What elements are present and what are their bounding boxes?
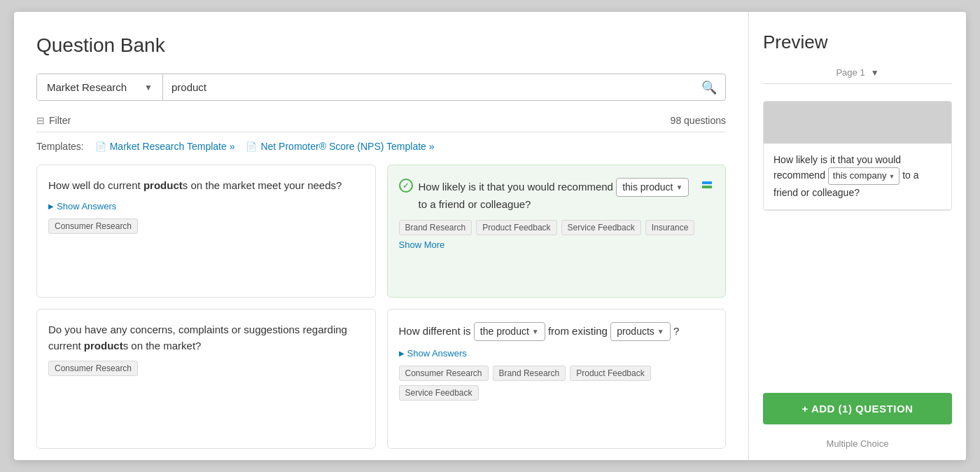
question-card-2: ✓ How likely is it that you would recomm… — [387, 165, 727, 298]
preview-company-dropdown[interactable]: this company ▼ — [828, 167, 900, 185]
this-product-dropdown[interactable]: this product ▼ — [616, 178, 689, 197]
bar-chart-icon[interactable] — [700, 178, 714, 192]
dropdown-chevron-icon: ▼ — [676, 182, 683, 193]
show-answers-label: Show Answers — [57, 201, 116, 211]
card-header-left: ✓ How likely is it that you would recomm… — [399, 178, 701, 213]
question-card-3: Do you have any concerns, complaints or … — [36, 309, 376, 449]
show-answers-4[interactable]: ▶ Show Answers — [399, 348, 715, 359]
question-text-3: Do you have any concerns, complaints or … — [48, 322, 364, 354]
preview-dropdown-value: this company — [833, 169, 887, 183]
check-circle: ✓ — [399, 179, 413, 193]
nps-template-link[interactable]: 📄 Net Promoter® Score (NPS) Template » — [246, 141, 434, 152]
right-panel: Preview Page 1 ▼ How likely is it that y… — [749, 12, 966, 460]
chevron-down-icon: ▼ — [144, 83, 153, 92]
preview-dropdown-chevron-icon: ▼ — [888, 172, 895, 181]
the-product-dropdown[interactable]: the product ▼ — [474, 322, 545, 341]
tag-consumer-research-4[interactable]: Consumer Research — [399, 366, 489, 381]
tags-row-4: Consumer Research Brand Research Product… — [399, 366, 715, 401]
tag-consumer-research-1[interactable]: Consumer Research — [48, 218, 138, 234]
category-label: Market Research — [47, 81, 127, 93]
category-dropdown[interactable]: Market Research ▼ — [37, 74, 163, 100]
preview-card: How likely is it that you would recommen… — [763, 101, 952, 211]
tag-product-feedback[interactable]: Product Feedback — [476, 220, 556, 235]
questions-grid: How well do current products on the mark… — [36, 165, 726, 449]
search-bar: Market Research ▼ 🔍 — [36, 74, 726, 101]
arrow-icon: ▶ — [48, 202, 54, 210]
preview-spacer — [763, 222, 952, 382]
filter-left: ⊟ Filter — [36, 115, 71, 126]
filter-icon: ⊟ — [36, 115, 45, 126]
filter-label[interactable]: Filter — [49, 115, 71, 126]
page-label: Page 1 — [836, 67, 864, 78]
search-icon: 🔍 — [701, 80, 717, 95]
doc-icon: 📄 — [95, 141, 106, 152]
preview-title: Preview — [763, 32, 952, 53]
question-card-1: How well do current products on the mark… — [36, 165, 376, 298]
questions-count: 98 questions — [671, 115, 726, 126]
dropdown-value: this product — [622, 180, 673, 195]
checkmark-icon: ✓ — [402, 181, 409, 190]
market-research-template-link[interactable]: 📄 Market Research Template » — [95, 141, 235, 152]
multiple-choice-label: Multiple Choice — [763, 438, 952, 449]
filter-bar: ⊟ Filter 98 questions — [36, 109, 726, 132]
card-header-2: ✓ How likely is it that you would recomm… — [399, 178, 715, 213]
search-input[interactable] — [172, 81, 701, 93]
tags-row-2: Brand Research Product Feedback Service … — [399, 220, 715, 250]
template-link-label: Market Research Template » — [110, 141, 235, 152]
page-selector: Page 1 ▼ — [763, 67, 952, 84]
products-value: products — [617, 324, 654, 339]
preview-question-area: How likely is it that you would recommen… — [764, 144, 951, 210]
doc-icon-2: 📄 — [246, 141, 257, 152]
the-product-value: the product — [480, 324, 529, 339]
tag-insurance[interactable]: Insurance — [645, 220, 695, 235]
question-text-2: How likely is it that you would recommen… — [419, 178, 701, 213]
arrow-icon-4: ▶ — [399, 349, 405, 357]
products-chevron-icon: ▼ — [657, 326, 664, 337]
products-dropdown[interactable]: products ▼ — [610, 322, 671, 341]
page-chevron-icon[interactable]: ▼ — [871, 68, 879, 78]
search-input-wrap: 🔍 — [163, 80, 725, 95]
tags-row-1: Consumer Research — [48, 218, 364, 234]
show-answers-label-4: Show Answers — [407, 348, 467, 359]
templates-row: Templates: 📄 Market Research Template » … — [36, 141, 726, 152]
left-panel: Question Bank Market Research ▼ 🔍 ⊟ Filt… — [14, 12, 749, 460]
question-text-4: How different is the product ▼ from exis… — [399, 322, 715, 341]
tag-consumer-research-3[interactable]: Consumer Research — [48, 361, 138, 376]
question-card-4: How different is the product ▼ from exis… — [387, 309, 727, 449]
show-answers-1[interactable]: ▶ Show Answers — [48, 201, 364, 211]
tag-service-feedback[interactable]: Service Feedback — [561, 220, 641, 235]
tag-product-feedback-4[interactable]: Product Feedback — [570, 366, 650, 381]
tags-row-3: Consumer Research — [48, 361, 364, 376]
question-text-1: How well do current products on the mark… — [48, 178, 364, 194]
templates-label: Templates: — [36, 141, 84, 152]
tag-brand-research[interactable]: Brand Research — [399, 220, 472, 235]
page-title: Question Bank — [36, 34, 726, 57]
nps-template-label: Net Promoter® Score (NPS) Template » — [260, 141, 434, 152]
preview-image — [764, 102, 951, 144]
show-more-link[interactable]: Show More — [399, 240, 445, 250]
card-actions — [700, 178, 714, 192]
add-question-button[interactable]: + ADD (1) QUESTION — [763, 393, 952, 424]
tag-brand-research-4[interactable]: Brand Research — [493, 366, 566, 381]
the-product-chevron-icon: ▼ — [532, 326, 539, 337]
tag-service-feedback-4[interactable]: Service Feedback — [399, 385, 479, 401]
